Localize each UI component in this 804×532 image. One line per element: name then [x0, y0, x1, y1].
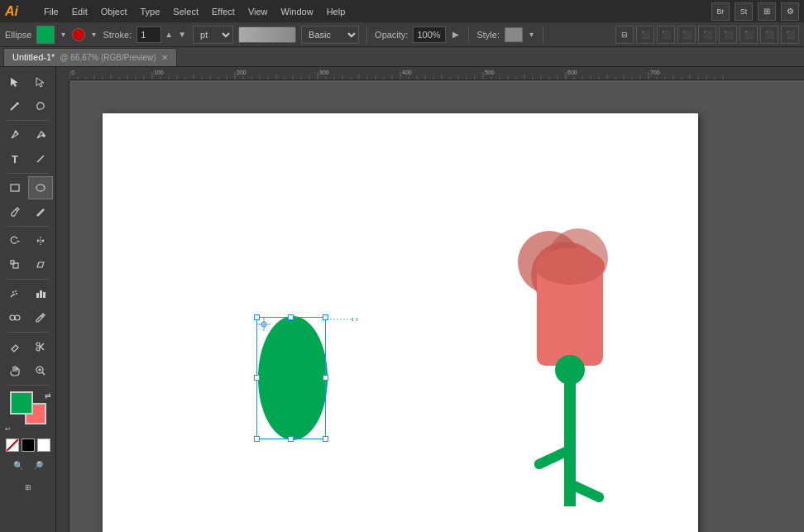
foreground-color-swatch[interactable]	[10, 391, 33, 415]
style-arrow[interactable]: ▾	[528, 30, 535, 39]
artwork-svg	[103, 113, 698, 532]
default-colors-icon[interactable]: ↩	[5, 425, 11, 433]
align-vcenter-icon[interactable]: ⬛	[719, 26, 737, 44]
blend-tool[interactable]	[2, 306, 27, 329]
tools-panel: T	[0, 67, 56, 532]
svg-point-16	[16, 293, 17, 295]
selection-tool[interactable]	[2, 70, 27, 93]
align-top-icon[interactable]: ⬛	[698, 26, 716, 44]
type-tool[interactable]: T	[2, 147, 27, 170]
green-ellipse	[258, 316, 328, 440]
zoom-tool[interactable]	[28, 359, 53, 382]
rectangle-tool[interactable]	[2, 176, 27, 199]
zoom-out-icon[interactable]: 🔎	[29, 456, 47, 474]
line-tool[interactable]	[28, 147, 53, 170]
distribute2-icon[interactable]: ⬛	[781, 26, 799, 44]
stock-icon[interactable]: St	[735, 2, 753, 21]
menu-window[interactable]: Window	[275, 5, 319, 18]
svg-point-15	[13, 294, 15, 295]
canvas-container[interactable]	[69, 80, 804, 532]
add-anchor-tool[interactable]	[28, 123, 53, 146]
vertical-ruler	[56, 80, 69, 532]
menu-object[interactable]: Object	[95, 5, 133, 18]
canvas-area: 0100200300400500600700	[56, 67, 804, 532]
eyedropper-tool[interactable]	[28, 306, 53, 329]
pen-tool[interactable]	[2, 123, 27, 146]
style-label: Style:	[476, 30, 500, 40]
svg-text:0: 0	[71, 69, 74, 75]
tab-subtitle: @ 66.67% (RGB/Preview)	[60, 53, 156, 62]
hand-tool[interactable]	[2, 359, 27, 382]
align-left-icon[interactable]: ⬛	[636, 26, 654, 44]
document-tab[interactable]: Untitled-1* @ 66.67% (RGB/Preview) ✕	[3, 48, 177, 66]
opacity-more-btn[interactable]: ▶	[451, 30, 461, 39]
tab-close-button[interactable]: ✕	[161, 53, 168, 62]
swap-colors-icon[interactable]: ⇄	[45, 391, 51, 400]
black-swatch[interactable]	[22, 439, 35, 452]
rotate-tool[interactable]	[2, 229, 27, 252]
menu-view[interactable]: View	[242, 5, 274, 18]
lasso-tool[interactable]	[28, 94, 53, 117]
fill-arrow[interactable]: ▾	[60, 30, 67, 39]
stroke-profile-preview	[238, 26, 296, 43]
stroke-down-arrow[interactable]: ▼	[176, 30, 188, 39]
grid-icon[interactable]: ⊞	[758, 2, 776, 21]
svg-rect-18	[40, 290, 42, 298]
column-graph-tool[interactable]	[28, 282, 53, 305]
svg-point-20	[10, 315, 15, 320]
align-right-icon[interactable]: ⬛	[677, 26, 696, 44]
menu-edit[interactable]: Edit	[66, 5, 93, 18]
menu-bar: Ai File Edit Object Type Select Effect V…	[0, 0, 804, 22]
stroke-units-dropdown[interactable]: ptpxmm	[193, 26, 233, 44]
artboard-tool[interactable]: ⊞	[8, 478, 48, 496]
stroke-up-arrow[interactable]: ▲	[163, 30, 175, 39]
align-bottom-icon[interactable]: ⬛	[739, 26, 758, 44]
align-center-icon[interactable]: ⬛	[657, 26, 675, 44]
opacity-input[interactable]	[413, 26, 446, 43]
symbol-sprayer-tool[interactable]	[2, 282, 27, 305]
stroke-color-swatch[interactable]	[72, 28, 85, 41]
white-swatch[interactable]	[37, 439, 50, 452]
magic-wand-tool[interactable]	[2, 94, 27, 117]
style-swatch[interactable]	[505, 27, 523, 42]
distribute-icon[interactable]: ⬛	[760, 26, 778, 44]
stroke-arrow[interactable]: ▾	[90, 30, 98, 39]
scissors-tool[interactable]	[28, 335, 53, 358]
ellipse-tool[interactable]	[28, 176, 53, 199]
stroke-weight-input[interactable]	[136, 26, 161, 43]
menu-effect[interactable]: Effect	[206, 5, 241, 18]
svg-rect-6	[11, 185, 19, 191]
artboard	[103, 113, 698, 532]
align-to-artboard-icon[interactable]: ⊟	[615, 26, 634, 44]
reflect-tool[interactable]	[28, 229, 53, 252]
menu-help[interactable]: Help	[321, 5, 352, 18]
menu-select[interactable]: Select	[167, 5, 204, 18]
main-area: T	[0, 67, 804, 532]
direct-selection-tool[interactable]	[28, 70, 53, 93]
shear-tool[interactable]	[28, 253, 53, 276]
svg-text:600: 600	[567, 69, 577, 75]
svg-rect-17	[36, 293, 39, 298]
svg-point-21	[15, 315, 20, 320]
none-swatch[interactable]	[6, 439, 19, 452]
eraser-tool[interactable]	[2, 335, 27, 358]
variable-width-dropdown[interactable]: Basic	[301, 26, 359, 44]
svg-line-5	[37, 156, 44, 162]
svg-point-14	[15, 290, 17, 292]
menu-file[interactable]: File	[38, 5, 65, 18]
fill-color-swatch[interactable]	[36, 26, 55, 44]
pencil-tool[interactable]	[28, 200, 53, 223]
bridge-icon[interactable]: Br	[711, 2, 730, 21]
svg-marker-9	[17, 241, 20, 242]
scale-tool[interactable]	[2, 253, 27, 276]
svg-line-28	[42, 372, 45, 375]
zoom-in-icon[interactable]: 🔍	[9, 456, 27, 474]
arrange-icon[interactable]: ⚙	[781, 2, 799, 21]
svg-text:100: 100	[154, 69, 164, 75]
paintbrush-tool[interactable]	[2, 200, 27, 223]
right-icons-group: Br St ⊞ ⚙	[711, 2, 799, 21]
svg-rect-19	[43, 292, 45, 298]
svg-point-24	[36, 347, 40, 351]
app-logo: Ai	[5, 4, 30, 19]
menu-type[interactable]: Type	[135, 5, 166, 18]
